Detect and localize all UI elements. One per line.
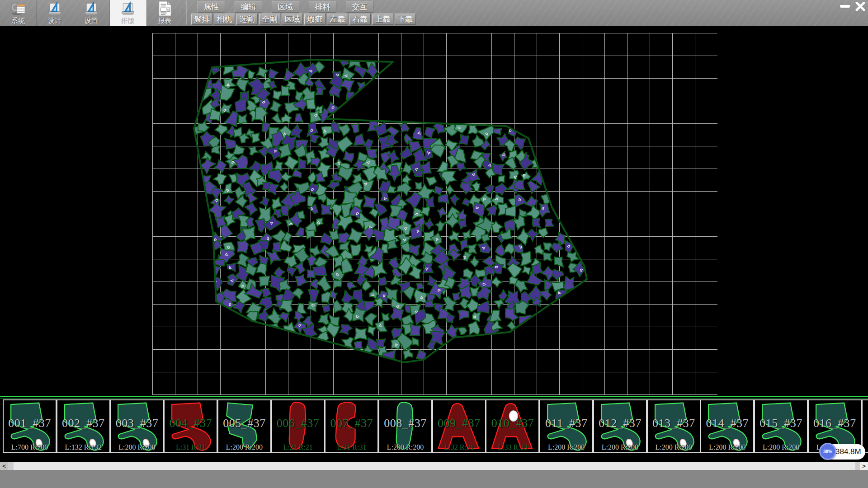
progress-circle: 38% <box>819 443 836 460</box>
tool-button-row: 聚排相机选割全割区域瑕疵左靠右靠上靠下靠 <box>191 14 416 25</box>
tool-button-1[interactable]: 聚排 <box>191 14 212 25</box>
main-button-5[interactable]: 报表 <box>146 0 183 26</box>
tool-button-7[interactable]: 左靠 <box>327 14 348 25</box>
thumbnail-cell-8[interactable]: 008_#37L:200 R:200 <box>378 399 432 453</box>
tool-button-2[interactable]: 相机 <box>214 14 235 25</box>
piece-shape <box>433 400 485 452</box>
piece-shape <box>272 400 324 452</box>
main-button-3[interactable]: 设置 <box>73 0 110 26</box>
nesting-canvas[interactable] <box>152 33 717 395</box>
menu-tab-5[interactable]: 交互 <box>346 1 373 13</box>
main-button-2[interactable]: 设计 <box>37 0 73 26</box>
toolbar-ribbon: 系统设计设置排版报表 属性编辑区域排料交互 聚排相机选割全割区域瑕疵左靠右靠上靠… <box>0 0 868 26</box>
main-button-1[interactable]: 系统 <box>0 0 37 26</box>
settings-setsquare-icon <box>83 0 99 17</box>
strip-separator-line2 <box>0 398 868 399</box>
main-button-4[interactable]: 排版 <box>110 0 146 26</box>
nesting-setsquare-icon <box>120 0 136 17</box>
main-button-label: 报表 <box>158 17 171 25</box>
report-document-icon <box>157 0 172 17</box>
window-bottom-bar <box>0 470 868 488</box>
memory-status-badge: 384.8M 38% <box>819 442 865 461</box>
thumbnail-cell-14[interactable]: 014_#37L:200 R:200 <box>700 399 754 453</box>
thumbnail-cell-1[interactable]: 001_#37L:700 R:700 <box>3 399 57 453</box>
scroll-right-icon[interactable]: > <box>860 462 868 470</box>
piece-shape <box>379 400 431 452</box>
piece-shape <box>4 400 56 452</box>
tool-button-3[interactable]: 选割 <box>236 14 258 25</box>
thumbnail-cell-9[interactable]: 009_#37L:32 R:31 <box>432 399 486 453</box>
menu-tab-3[interactable]: 区域 <box>272 1 299 13</box>
window-controls <box>840 1 865 12</box>
tool-button-4[interactable]: 全割 <box>259 14 280 25</box>
piece-shape <box>57 400 109 452</box>
thumbnail-cell-2[interactable]: 002_#37L:132 R:132 <box>57 399 110 453</box>
thumbnail-cell-13[interactable]: 013_#37L:200 R:200 <box>647 399 701 453</box>
menu-tab-row: 属性编辑区域排料交互 <box>198 1 373 13</box>
menu-tab-2[interactable]: 编辑 <box>235 1 262 13</box>
scrollbar-thumb[interactable] <box>14 462 855 470</box>
piece-shape <box>648 400 700 452</box>
piece-shape <box>165 400 217 452</box>
system-gear-icon <box>9 0 27 17</box>
piece-shape <box>218 400 270 452</box>
thumbnail-cell-10[interactable]: 010_#37L:33 R:33 <box>486 399 539 453</box>
toolbar-divider <box>186 1 187 24</box>
thumbnail-cell-11[interactable]: 011_#37L:200 R:200 <box>539 399 593 453</box>
tool-button-9[interactable]: 上靠 <box>372 14 393 25</box>
piece-shape <box>755 400 807 452</box>
thumbnail-cell-6[interactable]: 006_#37L:21 R:21 <box>271 399 325 453</box>
piece-shape <box>701 400 753 452</box>
menu-tab-1[interactable]: 属性 <box>198 1 225 13</box>
thumbnail-cell-4[interactable]: 004_#37L:31 R:31 <box>164 399 217 453</box>
thumbnail-cell-5[interactable]: 005_#37L:200 R:200 <box>217 399 271 453</box>
piece-shape <box>486 400 538 452</box>
strip-separator-line <box>0 396 868 397</box>
main-button-label: 系统 <box>11 17 25 25</box>
main-button-label: 设计 <box>48 17 61 25</box>
tool-button-5[interactable]: 区域 <box>282 14 303 25</box>
piece-shape <box>540 400 592 452</box>
tool-button-6[interactable]: 瑕疵 <box>304 14 326 25</box>
horizontal-scrollbar[interactable]: < > <box>0 462 868 470</box>
main-button-bar: 系统设计设置排版报表 <box>0 0 183 26</box>
close-icon[interactable] <box>855 2 865 11</box>
piece-shape <box>111 400 163 452</box>
menu-tab-4[interactable]: 排料 <box>309 1 336 13</box>
thumbnail-cell-7[interactable]: 007_#37L:31 R:31 <box>325 399 378 453</box>
memory-value: 384.8M <box>835 444 863 460</box>
design-setsquare-icon <box>47 0 63 17</box>
piece-shape <box>594 400 646 452</box>
thumbnail-cell-12[interactable]: 012_#37L:200 R:200 <box>593 399 647 453</box>
thumbnail-cell-3[interactable]: 003_#37L:200 R:200 <box>110 399 164 453</box>
main-button-label: 排版 <box>121 17 135 25</box>
piece-shape <box>326 400 377 452</box>
thumbnail-cell-15[interactable]: 015_#37L:200 R:200 <box>754 399 808 453</box>
tool-button-10[interactable]: 下靠 <box>395 14 416 25</box>
minimize-icon[interactable] <box>840 5 850 8</box>
tool-button-8[interactable]: 右靠 <box>349 14 371 25</box>
parts-strip: 001_#37L:700 R:700002_#37L:132 R:132003_… <box>0 396 868 454</box>
main-button-label: 设置 <box>85 17 98 25</box>
scroll-left-icon[interactable]: < <box>0 462 8 470</box>
